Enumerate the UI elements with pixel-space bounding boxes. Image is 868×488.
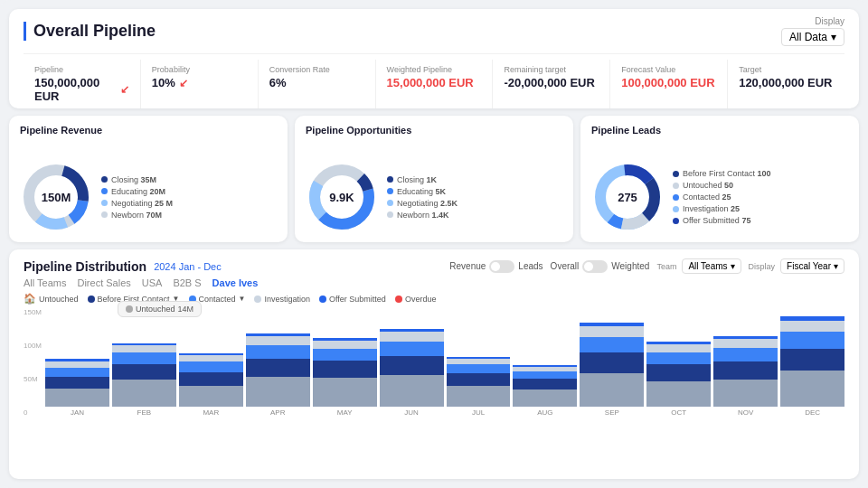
bar-month-label: MAR bbox=[203, 408, 219, 417]
header-card: Overall Pipeline Display All Data ▾ Pipe… bbox=[9, 9, 859, 108]
bar-stack bbox=[246, 316, 310, 407]
bar-stack bbox=[313, 316, 377, 407]
bar-month-label: JAN bbox=[71, 408, 84, 417]
bar-segment[interactable] bbox=[580, 337, 644, 352]
revenue-leads-toggle: Revenue Leads bbox=[449, 260, 542, 273]
bar-segment[interactable] bbox=[246, 377, 310, 407]
bar-segment[interactable] bbox=[713, 361, 778, 380]
leads-donut: 275 bbox=[591, 161, 664, 233]
bar-segment[interactable] bbox=[447, 373, 511, 385]
bar-segment[interactable] bbox=[513, 389, 577, 407]
bar-tooltip: Untouched 14M bbox=[118, 301, 202, 317]
metric-forecast: Forecast Value 100,000,000 EUR bbox=[610, 60, 728, 108]
bar-segment[interactable] bbox=[45, 361, 109, 368]
chevron-down-icon: ▾ bbox=[834, 261, 838, 271]
bar-segment[interactable] bbox=[45, 389, 109, 407]
bar-group-dec: DEC bbox=[780, 316, 844, 417]
bar-segment[interactable] bbox=[447, 386, 511, 407]
overall-label: Overall bbox=[551, 261, 580, 271]
bar-segment[interactable] bbox=[713, 339, 778, 348]
opportunities-center: 9.9K bbox=[329, 191, 354, 204]
bar-segment[interactable] bbox=[313, 378, 377, 407]
bar-segment[interactable] bbox=[580, 352, 644, 373]
bar-segment[interactable] bbox=[380, 342, 444, 356]
bar-segment[interactable] bbox=[380, 356, 444, 375]
filter-usa[interactable]: USA bbox=[142, 277, 163, 289]
filter-direct-sales[interactable]: Direct Sales bbox=[77, 277, 130, 289]
tooltip-value: 14M bbox=[178, 305, 194, 314]
bar-segment[interactable] bbox=[713, 380, 778, 407]
bar-segment[interactable] bbox=[646, 352, 711, 364]
bar-segment[interactable] bbox=[112, 380, 176, 407]
overall-toggle-switch[interactable] bbox=[582, 260, 608, 273]
bar-segment[interactable] bbox=[380, 332, 444, 342]
bar-segment[interactable] bbox=[179, 372, 243, 386]
bar-segment[interactable] bbox=[646, 381, 711, 407]
bar-segment[interactable] bbox=[313, 349, 377, 361]
bar-month-label: OCT bbox=[671, 408, 686, 417]
bar-segment[interactable] bbox=[45, 368, 109, 377]
bar-segment[interactable] bbox=[780, 371, 844, 407]
filter-dave-ives[interactable]: Dave Ives bbox=[212, 277, 259, 289]
bar-segment[interactable] bbox=[45, 377, 109, 389]
fiscal-year-value: Fiscal Year bbox=[787, 261, 831, 271]
bar-segment[interactable] bbox=[780, 321, 844, 332]
bar-segment[interactable] bbox=[313, 361, 377, 378]
fiscal-year-select[interactable]: Fiscal Year ▾ bbox=[780, 258, 844, 274]
bar-segment[interactable] bbox=[179, 361, 243, 372]
bar-segment[interactable] bbox=[179, 355, 243, 361]
filter-all-teams[interactable]: All Teams bbox=[24, 277, 66, 289]
metrics-row: Pipeline 150,000,000 EUR ↙ Probability 1… bbox=[24, 53, 844, 108]
bar-month-label: MAY bbox=[337, 408, 353, 417]
bar-segment[interactable] bbox=[580, 373, 644, 407]
bar-segment[interactable] bbox=[646, 364, 711, 381]
bar-segment[interactable] bbox=[246, 345, 310, 359]
y-axis: 150M 100M 50M 0 bbox=[24, 308, 45, 417]
bar-segment[interactable] bbox=[447, 364, 511, 373]
bar-segment[interactable] bbox=[112, 364, 176, 380]
dist-controls: Revenue Leads Overall Weighted Team All … bbox=[449, 258, 844, 274]
distribution-card: Pipeline Distribution 2024 Jan - Dec Rev… bbox=[9, 249, 859, 479]
bar-stack bbox=[646, 316, 711, 407]
bar-segment[interactable] bbox=[580, 326, 644, 337]
bar-segment[interactable] bbox=[513, 371, 577, 379]
bar-stack bbox=[780, 316, 844, 407]
all-data-select[interactable]: All Data ▾ bbox=[781, 28, 844, 46]
display-label: Display bbox=[749, 262, 776, 271]
marker-icon: ▼ bbox=[239, 295, 246, 303]
bar-segment[interactable] bbox=[646, 344, 711, 352]
bar-segment[interactable] bbox=[112, 352, 176, 364]
bar-month-label: FEB bbox=[137, 408, 152, 417]
arrow-icon: ↙ bbox=[120, 83, 129, 96]
bar-segment[interactable] bbox=[313, 341, 377, 349]
bar-segment[interactable] bbox=[112, 345, 176, 352]
bar-stack bbox=[713, 316, 778, 407]
bar-group-feb: FEB bbox=[112, 316, 176, 417]
charts-row: Pipeline Revenue 150M Closing 35M Educat… bbox=[9, 116, 859, 242]
bar-segment[interactable] bbox=[179, 386, 243, 407]
bar-group-jan: JAN bbox=[45, 316, 109, 417]
team-value: All Teams bbox=[688, 261, 727, 271]
bar-stack bbox=[112, 316, 176, 407]
bar-segment[interactable] bbox=[380, 375, 444, 407]
filter-b2bs[interactable]: B2B S bbox=[173, 277, 201, 289]
chevron-down-icon: ▾ bbox=[831, 31, 836, 43]
bar-segment[interactable] bbox=[713, 348, 778, 361]
bar-segment[interactable] bbox=[780, 332, 844, 348]
metric-weighted-pipeline: Weighted Pipeline 15,000,000 EUR bbox=[376, 60, 494, 108]
revenue-toggle-switch[interactable] bbox=[489, 260, 514, 273]
bar-segment[interactable] bbox=[513, 379, 577, 389]
opportunities-chart-title: Pipeline Opportunities bbox=[306, 125, 562, 136]
page-title: Overall Pipeline bbox=[24, 22, 156, 41]
bar-segment[interactable] bbox=[246, 336, 310, 345]
bar-segment[interactable] bbox=[447, 359, 511, 365]
bar-segment[interactable] bbox=[780, 349, 844, 371]
bar-stack bbox=[513, 316, 577, 407]
team-select[interactable]: All Teams ▾ bbox=[682, 258, 741, 274]
bar-segment[interactable] bbox=[246, 359, 310, 377]
team-select-row: Team All Teams ▾ bbox=[656, 258, 741, 274]
fiscal-select-row: Display Fiscal Year ▾ bbox=[749, 258, 844, 274]
bar-group-aug: AUG bbox=[513, 316, 577, 417]
bar-month-label: SEP bbox=[605, 408, 619, 417]
revenue-center: 150M bbox=[42, 191, 71, 204]
